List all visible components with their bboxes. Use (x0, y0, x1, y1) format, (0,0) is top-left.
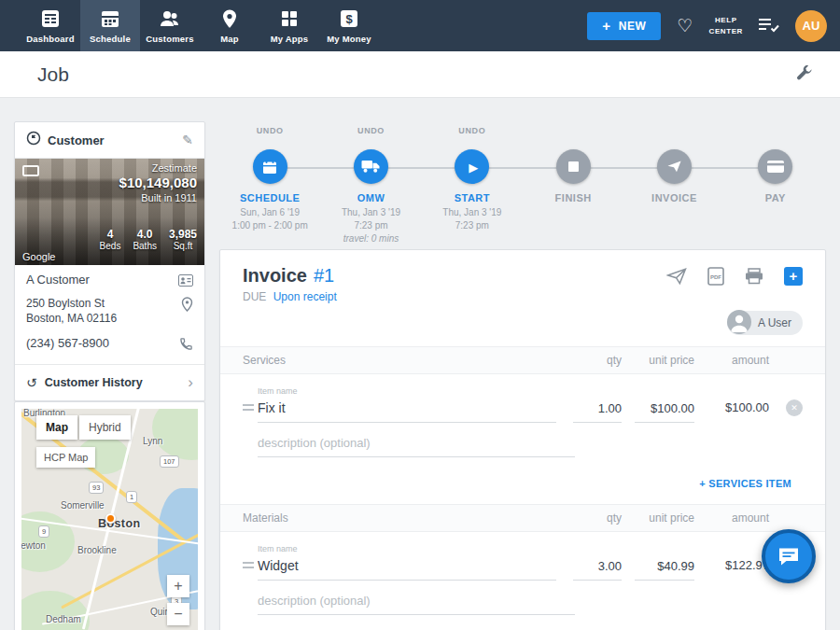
step-date-line: Thu, Jan 3 '19 (342, 206, 400, 219)
app-root: Dashboard Schedule Customers Map (0, 0, 840, 630)
add-invoice-button[interactable] (784, 267, 803, 286)
customer-address-row: 250 Boylston St Boston, MA 02116 (15, 294, 204, 329)
calendar-icon (100, 7, 120, 30)
route-shield-107: 107 (160, 455, 179, 468)
nav-item-schedule[interactable]: Schedule (80, 0, 140, 51)
material-qty-input[interactable] (573, 554, 622, 581)
beds-label: Beds (100, 241, 121, 251)
stat-baths: 4.0 Baths (133, 228, 157, 251)
phone-icon[interactable] (179, 337, 193, 355)
step-dates: Sun, Jan 6 '19 1:00 pm - 2:00 pm (232, 206, 308, 232)
map-card: Map Hybrid HCP Map Burlington Lynn Somer… (14, 401, 205, 630)
service-unit-price-input[interactable] (635, 397, 694, 423)
top-nav: Dashboard Schedule Customers Map (0, 0, 840, 51)
pay-step-icon[interactable] (758, 149, 792, 184)
item-name-label: Item name (258, 386, 556, 396)
timeline-step-schedule: UNDO SCHEDULE Sun, Jan 6 '19 1:00 pm - 2… (219, 126, 320, 245)
add-service-row: + SERVICES ITEM (220, 457, 825, 504)
send-invoice-icon[interactable] (666, 268, 687, 285)
undo-link[interactable]: UNDO (257, 126, 284, 145)
location-pin-icon[interactable] (181, 297, 193, 315)
print-icon[interactable] (745, 268, 763, 285)
job-location-marker (105, 513, 116, 524)
baths-label: Baths (133, 241, 157, 251)
material-description-input[interactable] (258, 590, 575, 615)
invoice-number[interactable]: #1 (314, 265, 334, 287)
customer-phone: (234) 567-8900 (26, 336, 109, 350)
service-item-name-input[interactable] (258, 396, 556, 423)
chat-launcher[interactable] (762, 529, 816, 583)
property-stats: 4 Beds 4.0 Baths 3,985 Sq.ft (100, 228, 197, 251)
nav-item-customers[interactable]: Customers (140, 0, 200, 51)
timeline-step-invoice: INVOICE (623, 126, 724, 245)
new-button[interactable]: NEW (587, 12, 661, 40)
zoom-out-button[interactable]: − (167, 603, 189, 625)
tools-icon[interactable] (795, 63, 814, 86)
service-description-input[interactable] (258, 432, 575, 457)
route-shield-9: 9 (38, 525, 49, 538)
customer-phone-row: (234) 567-8900 (15, 329, 204, 364)
schedule-step-icon[interactable] (253, 149, 287, 184)
step-date-line: 1:00 pm - 2:00 pm (232, 219, 308, 232)
remove-service-item-icon[interactable] (786, 399, 803, 416)
customer-card: Customer Zestimate $10,149,080 Built in … (14, 121, 205, 401)
help-center-link[interactable]: HELP CENTER (709, 15, 744, 36)
map-canvas[interactable]: Map Hybrid HCP Map Burlington Lynn Somer… (21, 409, 198, 630)
customer-history-row[interactable]: Customer History (15, 364, 204, 400)
pdf-icon[interactable]: PDF (707, 267, 724, 286)
stop-icon (568, 161, 579, 172)
nav-item-my-apps[interactable]: My Apps (259, 0, 319, 51)
nav-item-my-money[interactable]: $ My Money (319, 0, 379, 51)
map-view-button[interactable]: Map (36, 415, 77, 440)
nav-label: Schedule (90, 34, 131, 44)
nav-item-map[interactable]: Map (200, 0, 259, 51)
sqft-label: Sq.ft (174, 241, 193, 251)
page-header: Job (0, 51, 840, 98)
drag-handle-icon[interactable] (243, 401, 258, 423)
timeline-step-start: UNDO START Thu, Jan 3 '19 7:23 pm (422, 126, 523, 245)
plus-icon (602, 18, 618, 34)
undo-link[interactable]: UNDO (357, 126, 385, 145)
drag-handle-icon[interactable] (243, 559, 258, 581)
start-step-icon[interactable] (455, 149, 489, 184)
send-icon (666, 160, 682, 174)
google-watermark: Google (22, 251, 55, 262)
customer-card-header: Customer (15, 122, 204, 159)
invoice-actions: PDF (666, 267, 803, 286)
user-avatar[interactable]: AU (795, 10, 827, 42)
due-terms-link[interactable]: Upon receipt (273, 290, 337, 303)
hybrid-view-button[interactable]: Hybrid (79, 415, 131, 440)
checklist-icon[interactable] (759, 16, 779, 36)
edit-customer-icon[interactable] (182, 132, 193, 148)
omw-step-icon[interactable] (354, 149, 388, 184)
finish-step-icon[interactable] (556, 149, 591, 184)
invoice-title: Invoice (243, 265, 307, 287)
zestimate-value: $10,149,080 (119, 175, 197, 190)
invoice-step-icon[interactable] (657, 149, 692, 184)
history-icon (26, 374, 37, 391)
qty-column-header: qty (556, 354, 622, 367)
customer-address: 250 Boylston St Boston, MA 02116 (26, 296, 117, 326)
play-icon (466, 159, 478, 175)
streetview-icon[interactable] (22, 165, 39, 176)
hcp-map-button[interactable]: HCP Map (36, 447, 95, 468)
service-qty-input[interactable] (573, 397, 622, 423)
baths-value: 4.0 (137, 228, 153, 241)
nav-label: My Apps (271, 34, 309, 44)
assignee-chip[interactable]: A User (727, 311, 803, 335)
stat-beds: 4 Beds (100, 228, 121, 251)
material-unit-price-input[interactable] (635, 554, 694, 581)
add-service-item-link[interactable]: + SERVICES ITEM (699, 478, 791, 489)
heart-icon[interactable] (677, 15, 693, 36)
contact-card-icon[interactable] (178, 273, 193, 290)
service-qty-field (556, 397, 622, 423)
nav-item-dashboard[interactable]: Dashboard (21, 0, 80, 51)
customer-badge-icon (26, 131, 41, 149)
item-name-field: Item name (258, 386, 556, 423)
material-item-name-input[interactable] (258, 553, 556, 581)
customer-name: A Customer (26, 273, 90, 287)
calendar-icon (262, 160, 277, 175)
step-date-line: 7:23 pm (442, 219, 501, 232)
zoom-in-button[interactable]: + (167, 575, 189, 597)
undo-link[interactable]: UNDO (458, 126, 485, 145)
